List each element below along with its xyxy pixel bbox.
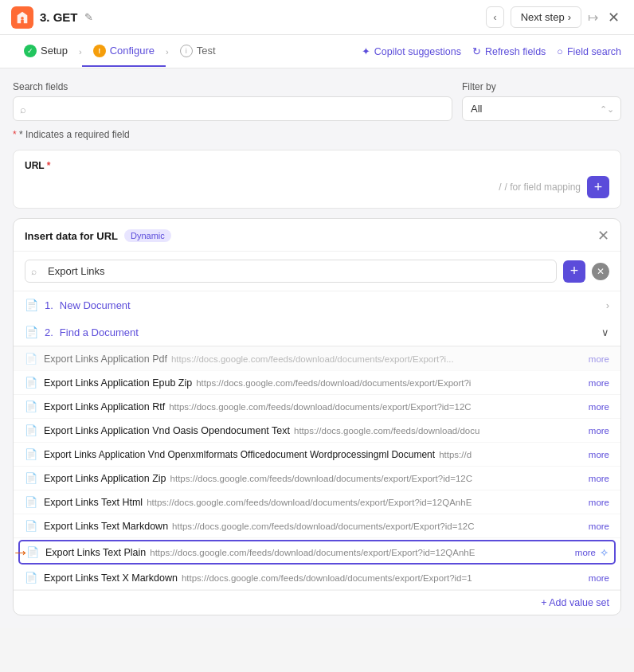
panel-search-inner: ⌕ — [25, 260, 557, 283]
item-name: Export Links Application Rtf — [44, 401, 165, 412]
item-name: Export Links Application Pdf — [44, 354, 167, 365]
section-new-document[interactable]: 📄 1. New Document › — [14, 291, 620, 318]
list-item-highlighted[interactable]: → 📄 Export Links Text Plain https://docs… — [18, 540, 616, 565]
step-title: 3. GET — [40, 10, 78, 24]
top-bar-right: ‹ Next step › ↦ ✕ — [486, 6, 623, 29]
top-bar: 3. GET ✎ ‹ Next step › ↦ ✕ — [0, 0, 634, 35]
svg-point-0 — [21, 17, 24, 20]
list-item[interactable]: 📄 Export Links Text Markdown https://doc… — [14, 514, 620, 538]
item-name: Export Links Text X Markdown — [44, 572, 178, 584]
item-url: https://docs.google.com/feeds/download/d… — [169, 402, 585, 412]
item-more-link[interactable]: more — [589, 402, 609, 412]
insert-panel-title: Insert data for URL Dynamic — [25, 229, 171, 242]
list-item[interactable]: 📄 Export Links Application Rtf https://d… — [14, 395, 620, 419]
filter-by-label: Filter by — [462, 81, 621, 92]
setup-status-icon: ✓ — [24, 45, 37, 57]
item-doc-icon: 📄 — [25, 400, 37, 412]
copilot-icon: ✦ — [362, 45, 370, 57]
field-search-button[interactable]: ○ Field search — [557, 46, 621, 57]
item-doc-icon: 📄 — [26, 546, 39, 558]
clear-search-button[interactable]: ✕ — [592, 263, 609, 280]
tab-setup-label: Setup — [41, 45, 68, 57]
item-more-link[interactable]: more — [575, 548, 596, 557]
filter-by-select[interactable]: All Required Optional — [462, 96, 621, 121]
item-url: https://docs.google.com/feeds/download/d… — [147, 498, 585, 507]
item-doc-icon: 📄 — [25, 377, 37, 389]
field-search-icon: ○ — [557, 46, 563, 57]
url-input[interactable] — [25, 182, 492, 193]
list-item[interactable]: 📄 Export Links Application Pdf https://d… — [14, 346, 620, 371]
tab-setup[interactable]: ✓ Setup — [13, 37, 79, 67]
required-note: * * Indicates a required field — [13, 129, 621, 140]
section-find-document[interactable]: 📄 2. Find a Document ∨ — [14, 318, 620, 346]
panel-search-add-button[interactable]: + — [563, 260, 585, 283]
panel-close-button[interactable]: ✕ — [597, 229, 609, 243]
close-button[interactable]: ✕ — [605, 6, 623, 29]
filter-wrap: Filter by All Required Optional ⌃⌄ — [462, 81, 621, 121]
main-content: Search fields ⌕ Filter by All Required O… — [0, 68, 634, 628]
tab-test[interactable]: i Test — [169, 37, 227, 67]
section-2-chevron-icon: ∨ — [601, 326, 609, 338]
list-item[interactable]: 📄 Export Links Application Vnd Oasis Ope… — [14, 419, 620, 443]
list-item[interactable]: 📄 Export Links Application Epub Zip http… — [14, 371, 620, 395]
panel-search-row: ⌕ + ✕ — [14, 252, 620, 291]
item-more-link[interactable]: more — [589, 354, 609, 364]
list-item[interactable]: 📄 Export Links Application Vnd Openxmlfo… — [14, 443, 620, 467]
url-add-button[interactable]: + — [587, 176, 609, 198]
item-more-link[interactable]: more — [589, 426, 609, 436]
url-hint: / / for field mapping — [499, 182, 581, 193]
items-list: 📄 Export Links Application Pdf https://d… — [14, 346, 620, 590]
item-more-link[interactable]: more — [589, 450, 609, 459]
dynamic-badge: Dynamic — [124, 229, 171, 242]
item-name: Export Links Application Vnd Openxmlform… — [44, 449, 435, 460]
item-name: Export Links Application Vnd Oasis Opend… — [44, 425, 290, 436]
item-doc-icon: 📄 — [25, 520, 37, 532]
prev-step-button[interactable]: ‹ — [486, 6, 503, 28]
item-url: https://docs.google.com/feeds/download/d… — [171, 354, 585, 364]
url-required-indicator: * — [47, 160, 51, 171]
section-new-document-left: 📄 1. New Document — [25, 299, 131, 311]
list-item[interactable]: 📄 Export Links Text Html https://docs.go… — [14, 490, 620, 514]
item-url: https://docs.google.com/feeds/download/d… — [170, 474, 585, 483]
url-label: URL * — [25, 160, 609, 171]
panel-search-input[interactable] — [25, 260, 557, 283]
item-name: Export Links Text Plain — [45, 547, 146, 558]
search-fields-input[interactable] — [13, 96, 452, 121]
search-icon: ⌕ — [20, 103, 26, 115]
search-input-wrap: ⌕ — [13, 96, 452, 121]
item-more-link[interactable]: more — [589, 573, 609, 583]
list-item[interactable]: 📄 Export Links Application Zip https://d… — [14, 467, 620, 490]
item-more-link[interactable]: more — [589, 498, 609, 507]
tab-configure[interactable]: ! Configure — [82, 37, 166, 67]
item-url: https://docs.google.com/feeds/download/d… — [196, 378, 585, 388]
tab-test-label: Test — [197, 45, 216, 57]
refresh-fields-button[interactable]: ↻ Refresh fields — [472, 45, 546, 57]
section-1-number: 1. — [45, 299, 53, 311]
item-more-link[interactable]: more — [589, 474, 609, 483]
top-bar-left: 3. GET ✎ — [11, 6, 93, 29]
panel-footer: + Add value set — [14, 590, 620, 615]
insert-data-panel: Insert data for URL Dynamic ✕ ⌕ + ✕ 📄 1.… — [13, 218, 621, 615]
item-more-link[interactable]: more — [589, 378, 609, 388]
item-doc-icon: 📄 — [25, 448, 37, 460]
test-status-icon: i — [180, 45, 193, 57]
refresh-icon: ↻ — [472, 45, 481, 57]
next-step-button[interactable]: Next step › — [511, 6, 581, 28]
tab-actions: ✦ Copilot suggestions ↻ Refresh fields ○… — [362, 45, 621, 57]
item-url: https://d — [439, 450, 585, 459]
item-name: Export Links Text Html — [44, 497, 143, 508]
item-doc-icon: 📄 — [25, 496, 37, 508]
search-box-wrap: Search fields ⌕ — [13, 81, 452, 121]
add-value-set-button[interactable]: + Add value set — [541, 597, 609, 608]
section-2-name: Find a Document — [60, 326, 139, 338]
section-doc-icon: 📄 — [25, 299, 38, 311]
list-item[interactable]: 📄 Export Links Text X Markdown https://d… — [14, 566, 620, 590]
item-url: https://docs.google.com/feeds/download/d… — [172, 522, 585, 531]
copilot-suggestions-button[interactable]: ✦ Copilot suggestions — [362, 45, 461, 57]
edit-icon[interactable]: ✎ — [84, 11, 93, 23]
search-fields-label: Search fields — [13, 81, 452, 92]
section-1-chevron-icon: › — [606, 299, 609, 311]
item-name: Export Links Application Epub Zip — [44, 377, 192, 389]
item-more-link[interactable]: more — [589, 522, 609, 531]
item-name: Export Links Application Zip — [44, 473, 166, 484]
